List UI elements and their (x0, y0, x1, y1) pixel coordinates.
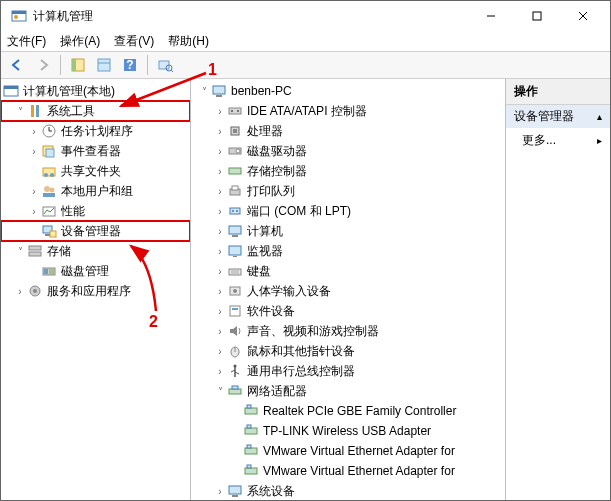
device-net-adapter[interactable]: Realtek PCIe GBE Family Controller (191, 401, 505, 421)
properties-button[interactable] (92, 54, 116, 76)
chevron-right-icon[interactable]: › (213, 326, 227, 337)
device-computer[interactable]: ›计算机 (191, 221, 505, 241)
chevron-right-icon[interactable]: › (213, 126, 227, 137)
tree-system-tools[interactable]: ˅ 系统工具 (1, 101, 190, 121)
computer-icon (211, 83, 227, 99)
device-net-adapter[interactable]: VMware Virtual Ethernet Adapter for (191, 461, 505, 481)
system-device-icon (227, 483, 243, 499)
toolbar: ? (1, 51, 610, 79)
svg-point-65 (233, 289, 237, 293)
chevron-right-icon[interactable]: › (213, 266, 227, 277)
device-cpu[interactable]: ›处理器 (191, 121, 505, 141)
device-mouse[interactable]: ›鼠标和其他指针设备 (191, 341, 505, 361)
svg-point-55 (232, 210, 234, 212)
app-icon (11, 8, 27, 24)
chevron-right-icon[interactable]: › (213, 286, 227, 297)
svg-rect-17 (4, 86, 18, 89)
maximize-button[interactable] (514, 1, 560, 31)
tree-task-scheduler[interactable]: › 任务计划程序 (1, 121, 190, 141)
svg-text:?: ? (126, 58, 133, 72)
device-software[interactable]: ›软件设备 (191, 301, 505, 321)
collapse-icon[interactable]: ▴ (597, 111, 602, 122)
tree-device-manager[interactable]: 设备管理器 (1, 221, 190, 241)
mmc-icon (3, 83, 19, 99)
device-usb[interactable]: ›通用串行总线控制器 (191, 361, 505, 381)
chevron-right-icon[interactable]: › (213, 186, 227, 197)
tree-storage[interactable]: ˅ 存储 (1, 241, 190, 261)
tree-label: 系统设备 (247, 483, 295, 500)
tree-event-viewer[interactable]: › 事件查看器 (1, 141, 190, 161)
clock-icon (41, 123, 57, 139)
device-net-adapter[interactable]: VMware Virtual Ethernet Adapter for (191, 441, 505, 461)
minimize-button[interactable] (468, 1, 514, 31)
chevron-right-icon[interactable]: › (213, 346, 227, 357)
chevron-right-icon[interactable]: › (27, 126, 41, 137)
menu-file[interactable]: 文件(F) (7, 33, 46, 50)
scan-hardware-button[interactable] (153, 54, 177, 76)
device-net-adapter[interactable]: TP-LINK Wireless USB Adapter (191, 421, 505, 441)
mouse-icon (227, 343, 243, 359)
svg-rect-81 (245, 448, 257, 454)
chevron-right-icon[interactable]: › (27, 206, 41, 217)
svg-rect-43 (216, 95, 222, 97)
tree-disk-management[interactable]: 磁盘管理 (1, 261, 190, 281)
usb-icon (227, 363, 243, 379)
show-hide-tree-button[interactable] (66, 54, 90, 76)
chevron-right-icon[interactable]: › (213, 206, 227, 217)
device-keyboard[interactable]: ›键盘 (191, 261, 505, 281)
tree-performance[interactable]: › 性能 (1, 201, 190, 221)
chevron-right-icon[interactable]: › (213, 146, 227, 157)
actions-more[interactable]: 更多... ▸ (506, 128, 610, 153)
svg-rect-34 (50, 231, 56, 237)
toolbar-divider (147, 55, 148, 75)
device-system[interactable]: ›系统设备 (191, 481, 505, 500)
tree-label: 磁盘管理 (61, 263, 109, 280)
svg-rect-57 (229, 226, 241, 234)
device-root[interactable]: ˅ benben-PC (191, 81, 505, 101)
forward-button[interactable] (31, 54, 55, 76)
device-print-queue[interactable]: ›打印队列 (191, 181, 505, 201)
menu-view[interactable]: 查看(V) (114, 33, 154, 50)
tree-services-apps[interactable]: › 服务和应用程序 (1, 281, 190, 301)
device-sound[interactable]: ›声音、视频和游戏控制器 (191, 321, 505, 341)
svg-point-56 (236, 210, 238, 212)
chevron-down-icon[interactable]: ˅ (197, 86, 211, 97)
device-hid[interactable]: ›人体学输入设备 (191, 281, 505, 301)
device-ports[interactable]: ›端口 (COM 和 LPT) (191, 201, 505, 221)
svg-rect-76 (232, 386, 238, 389)
chevron-right-icon[interactable]: › (27, 186, 41, 197)
menu-help[interactable]: 帮助(H) (168, 33, 209, 50)
actions-section[interactable]: 设备管理器 ▴ (506, 105, 610, 128)
tree-label: 软件设备 (247, 303, 295, 320)
tree-label: 计算机 (247, 223, 283, 240)
chevron-down-icon[interactable]: ˅ (13, 246, 27, 257)
svg-rect-80 (247, 425, 251, 428)
chevron-right-icon[interactable]: › (213, 486, 227, 497)
chevron-right-icon[interactable]: › (13, 286, 27, 297)
chevron-down-icon[interactable]: ˅ (13, 106, 27, 117)
device-storage-ctrl[interactable]: ›存储控制器 (191, 161, 505, 181)
menu-action[interactable]: 操作(A) (60, 33, 100, 50)
tree-root[interactable]: 计算机管理(本地) (1, 81, 190, 101)
device-disk-drives[interactable]: ›磁盘驱动器 (191, 141, 505, 161)
svg-rect-60 (233, 256, 237, 257)
svg-point-27 (50, 173, 54, 177)
device-network[interactable]: ˅网络适配器 (191, 381, 505, 401)
nic-icon (243, 443, 259, 459)
chevron-down-icon[interactable]: ˅ (213, 386, 227, 397)
tree-shared-folders[interactable]: 共享文件夹 (1, 161, 190, 181)
port-icon (227, 203, 243, 219)
close-button[interactable] (560, 1, 606, 31)
help-button[interactable]: ? (118, 54, 142, 76)
chevron-right-icon[interactable]: › (213, 166, 227, 177)
back-button[interactable] (5, 54, 29, 76)
chevron-right-icon[interactable]: › (213, 226, 227, 237)
device-ide[interactable]: ›IDE ATA/ATAPI 控制器 (191, 101, 505, 121)
chevron-right-icon[interactable]: › (213, 366, 227, 377)
chevron-right-icon[interactable]: › (213, 246, 227, 257)
device-monitor[interactable]: ›监视器 (191, 241, 505, 261)
chevron-right-icon[interactable]: › (213, 106, 227, 117)
tree-local-users[interactable]: › 本地用户和组 (1, 181, 190, 201)
chevron-right-icon[interactable]: › (213, 306, 227, 317)
chevron-right-icon[interactable]: › (27, 146, 41, 157)
